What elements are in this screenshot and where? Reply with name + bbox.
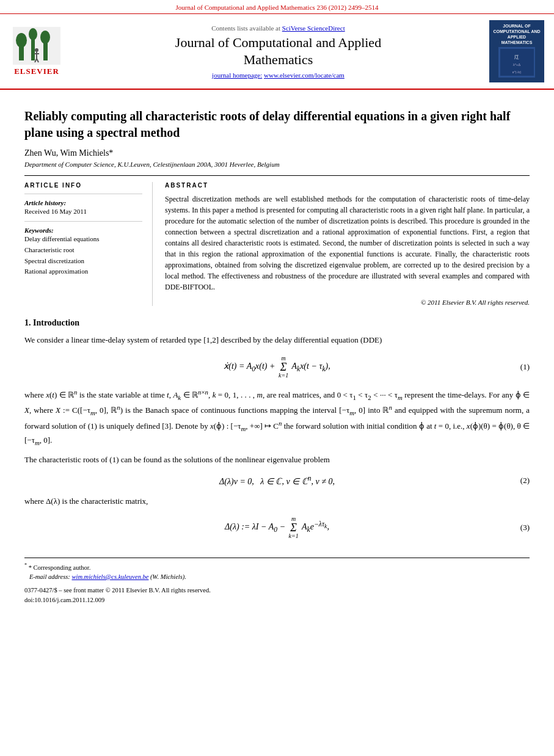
article-info-heading: ARTICLE INFO	[24, 182, 142, 189]
elsevier-brand-text: ELSEVIER	[14, 67, 59, 76]
eq3-number: (3)	[520, 523, 530, 532]
journal-ref-text: Journal of Computational and Applied Mat…	[176, 4, 379, 11]
journal-homepage-line: journal homepage: www.elsevier.com/locat…	[73, 71, 483, 79]
journal-right-logo: JOURNAL OFCOMPUTATIONAL ANDAPPLIEDMATHEM…	[489, 20, 544, 82]
svg-text:λ²+Δ: λ²+Δ	[512, 63, 520, 67]
svg-point-4	[29, 28, 37, 40]
footnote-section: * * Corresponding author. E-mail address…	[24, 558, 530, 605]
eq1-sum: m Σ k=1	[279, 355, 288, 379]
abstract-heading: ABSTRACT	[165, 182, 530, 189]
eq3-sum: m Σ k=1	[289, 516, 299, 539]
introduction-section: 1. Introduction We consider a linear tim…	[24, 318, 530, 539]
journal-header: ELSEVIER Contents lists available at Sci…	[0, 14, 554, 90]
svg-rect-5	[43, 42, 48, 60]
paper-title: Reliably computing all characteristic ro…	[24, 108, 530, 141]
footnote-issn: 0377-0427/$ – see front matter © 2011 El…	[24, 586, 530, 595]
eq2-number: (2)	[520, 476, 530, 485]
eq1-content: ẋ(t) = A0x(t) + m Σ k=1 Akx(t − τk),	[224, 355, 330, 379]
elsevier-logo: ELSEVIER	[6, 20, 67, 82]
info-divider-2	[24, 221, 142, 222]
affiliation: Department of Computer Science, K.U.Leuv…	[24, 161, 530, 168]
right-logo-image: ∫∑ λ²+Δ e^(-λτ)	[498, 47, 535, 78]
equation-1: ẋ(t) = A0x(t) + m Σ k=1 Akx(t − τk), (1)	[24, 355, 530, 379]
intro-paragraph-2: where x(t) ∈ ℝn is the state variable at…	[24, 387, 530, 448]
eq2-content: Δ(λ)v = 0, λ ∈ ℂ, v ∈ ℂn, v ≠ 0,	[219, 474, 335, 487]
intro-section-title: 1. Introduction	[24, 318, 530, 328]
intro-paragraph-3: The characteristic roots of (1) can be f…	[24, 454, 530, 466]
eq3-content: Δ(λ) := λI − A0 − m Σ k=1 Ake−λτk,	[225, 516, 329, 539]
keyword-1: Delay differential equations	[24, 234, 142, 245]
svg-point-7	[35, 48, 38, 52]
history-value: Received 16 May 2011	[24, 208, 142, 215]
equation-3: Δ(λ) := λI − A0 − m Σ k=1 Ake−λτk, (3)	[24, 516, 530, 539]
svg-point-2	[16, 33, 27, 48]
svg-point-6	[40, 31, 50, 44]
keyword-4: Rational approximation	[24, 266, 142, 277]
footnote-corresponding-author: * * Corresponding author.	[24, 562, 530, 572]
svg-text:e^(-λτ): e^(-λτ)	[512, 70, 521, 74]
svg-text:∫∑: ∫∑	[514, 54, 519, 59]
keyword-3: Spectral discretization	[24, 256, 142, 267]
eq1-number: (1)	[520, 362, 530, 372]
elsevier-image	[13, 27, 60, 65]
journal-title-block: Contents lists available at SciVerse Sci…	[73, 20, 483, 82]
intro-paragraph-1: We consider a linear time-delay system o…	[24, 334, 530, 346]
divider-1	[24, 175, 530, 176]
info-divider	[24, 194, 142, 194]
journal-title: Journal of Computational and Applied Mat…	[73, 34, 483, 69]
article-info-column: ARTICLE INFO Article history: Received 1…	[24, 182, 153, 306]
keywords-label: Keywords:	[24, 227, 142, 234]
email-link[interactable]: wim.michiels@cs.kuleuven.be	[71, 573, 148, 580]
equation-2: Δ(λ)v = 0, λ ∈ ℂ, v ∈ ℂn, v ≠ 0, (2)	[24, 474, 530, 487]
footnote-doi: doi:10.1016/j.cam.2011.12.009	[24, 595, 530, 605]
svg-rect-3	[31, 39, 35, 60]
contents-available-line: Contents lists available at SciVerse Sci…	[73, 24, 483, 32]
history-label: Article history:	[24, 199, 142, 206]
homepage-link[interactable]: www.elsevier.com/locate/cam	[264, 71, 344, 79]
sciverse-link[interactable]: SciVerse ScienceDirect	[282, 24, 345, 32]
keyword-2: Characteristic root	[24, 245, 142, 256]
article-info-abstract-section: ARTICLE INFO Article history: Received 1…	[24, 182, 530, 306]
abstract-column: ABSTRACT Spectral discretization methods…	[165, 182, 530, 306]
abstract-text: Spectral discretization methods are well…	[165, 194, 530, 293]
journal-ref-bar: Journal of Computational and Applied Mat…	[0, 0, 554, 14]
keywords-list: Delay differential equations Characteris…	[24, 234, 142, 277]
copyright-line: © 2011 Elsevier B.V. All rights reserved…	[165, 299, 530, 306]
intro-paragraph-4: where Δ(λ) is the characteristic matrix,	[24, 495, 530, 507]
main-content: Reliably computing all characteristic ro…	[0, 90, 554, 617]
authors-line: Zhen Wu, Wim Michiels*	[24, 148, 530, 158]
footnote-email: E-mail address: wim.michiels@cs.kuleuven…	[24, 572, 530, 582]
